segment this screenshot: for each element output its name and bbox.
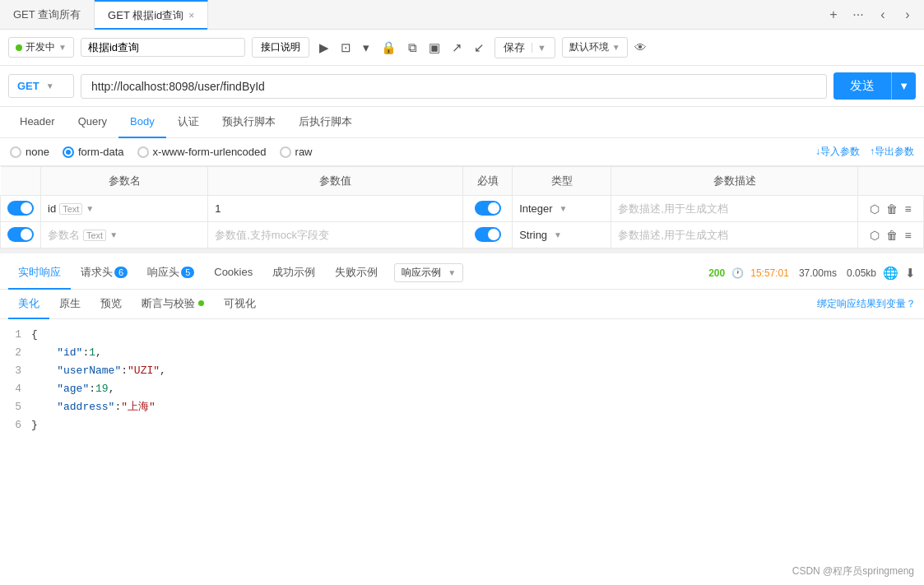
tab-body[interactable]: Body [118, 107, 166, 138]
tab-request-headers[interactable]: 请求头 6 [71, 257, 137, 290]
send-button[interactable]: 发送 [833, 72, 891, 100]
duplicate-icon[interactable]: ⧉ [405, 39, 420, 57]
resp-example-label: 响应示例 [402, 266, 441, 280]
row1-type-cell: Integer ▼ [513, 196, 611, 222]
url-input[interactable] [81, 74, 827, 99]
body-opts-right: ↓导入参数 ↑导出参数 [815, 145, 914, 159]
download-icon[interactable]: ⬇ [905, 266, 916, 281]
next-tab-button[interactable]: › [898, 5, 917, 25]
req-header-badge: 6 [114, 267, 128, 278]
env-status-dot [16, 44, 22, 51]
more-button[interactable]: ··· [848, 5, 868, 25]
copy-icon[interactable]: ⊡ [337, 39, 355, 57]
row2-type-chevron[interactable]: ▼ [109, 230, 118, 239]
tab-get-by-id[interactable]: GET 根据id查询 × [95, 0, 208, 29]
url-bar: GET ▼ 发送 ▼ [0, 66, 924, 107]
resp-example-chevron: ▼ [448, 268, 456, 277]
default-env-select[interactable]: 默认环境 ▼ [562, 37, 628, 58]
row1-drag-icon[interactable]: ≡ [904, 202, 911, 216]
tab-header[interactable]: Header [8, 107, 67, 138]
row2-desc[interactable]: 参数描述,用于生成文档 [618, 229, 728, 241]
row1-gen-icon[interactable]: ⬡ [870, 202, 880, 216]
env-badge[interactable]: 开发中 ▼ [8, 37, 74, 58]
row1-delete-icon[interactable]: 🗑 [886, 202, 898, 216]
view-tab-assertion[interactable]: 断言与校验 [132, 290, 214, 319]
row2-required-cell [463, 222, 513, 248]
row1-type-select[interactable]: Integer ▼ [519, 202, 604, 215]
add-tab-button[interactable]: + [824, 5, 843, 25]
bind-var-button[interactable]: 绑定响应结果到变量？ [817, 297, 916, 311]
row2-gen-icon[interactable]: ⬡ [870, 229, 880, 242]
col-type-header: 类型 [513, 167, 611, 196]
view-tab-beautify[interactable]: 美化 [8, 290, 49, 319]
radio-form-data-label: form-data [78, 146, 124, 158]
row1-toggle-cell [1, 196, 41, 222]
tab-auth[interactable]: 认证 [166, 107, 211, 138]
toolbar: 开发中 ▼ 接口说明 ▶ ⊡ ▾ 🔒 ⧉ ▣ ↗ ↙ 保存 ▼ 默认环境 ▼ 👁 [0, 30, 924, 66]
row2-type-select[interactable]: String ▼ [519, 229, 604, 241]
row1-type-chevron[interactable]: ▼ [86, 204, 94, 213]
view-tab-raw[interactable]: 原生 [49, 290, 91, 319]
row2-delete-icon[interactable]: 🗑 [886, 229, 898, 242]
row1-name: id [48, 202, 56, 215]
tab-get-all[interactable]: GET 查询所有 [0, 0, 95, 29]
lock-icon[interactable]: 🔒 [378, 39, 400, 57]
export-icon[interactable]: ↗ [448, 39, 466, 57]
row1-type-down-icon: ▼ [560, 204, 568, 213]
row2-required-toggle[interactable] [475, 227, 501, 242]
radio-urlencoded[interactable]: x-www-form-urlencoded [137, 146, 267, 158]
radio-none[interactable]: none [10, 146, 49, 158]
import-icon[interactable]: ↙ [471, 39, 488, 57]
row2-value[interactable]: 参数值,支持mock字段变 [215, 229, 329, 241]
radio-none-label: none [26, 146, 49, 158]
tab-success-example[interactable]: 成功示例 [262, 257, 325, 290]
row2-drag-icon[interactable]: ≡ [904, 229, 911, 242]
api-doc-button[interactable]: 接口说明 [252, 37, 309, 58]
row1-toggle[interactable] [7, 201, 34, 216]
eye-icon[interactable]: 👁 [634, 40, 647, 54]
row2-desc-cell: 参数描述,用于生成文档 [611, 222, 858, 248]
export-params-button[interactable]: ↑导出参数 [870, 145, 914, 159]
globe-icon[interactable]: 🌐 [883, 266, 898, 281]
row2-name-cell: 参数名 Text ▼ [41, 222, 208, 248]
response-tabs: 实时响应 请求头 6 响应头 5 Cookies 成功示例 失败示例 响应示例 … [0, 257, 924, 290]
row1-desc[interactable]: 参数描述,用于生成文档 [618, 202, 728, 215]
prev-tab-button[interactable]: ‹ [873, 5, 893, 25]
row2-toggle[interactable] [7, 227, 34, 242]
tab-fail-example[interactable]: 失败示例 [325, 257, 388, 290]
view-tab-visual[interactable]: 可视化 [214, 290, 266, 319]
status-code: 200 [708, 267, 725, 279]
method-select[interactable]: GET ▼ [8, 74, 74, 98]
radio-raw-label: raw [295, 146, 313, 158]
send-label: 发送 [850, 78, 875, 94]
row1-required-cell [463, 196, 513, 222]
row1-value[interactable]: 1 [215, 202, 221, 215]
table-row: id Text ▼ 1 Integer ▼ [1, 196, 924, 222]
resp-example-select[interactable]: 响应示例 ▼ [394, 263, 463, 282]
tab-cookies[interactable]: Cookies [204, 257, 262, 290]
save-button-group[interactable]: 保存 ▼ [495, 37, 555, 58]
tab-query[interactable]: Query [67, 107, 118, 138]
row2-type-label: String [519, 229, 547, 241]
row1-value-type[interactable]: Text [59, 203, 82, 215]
view-tab-preview[interactable]: 预览 [91, 290, 132, 319]
radio-raw[interactable]: raw [280, 146, 313, 158]
radio-urlencoded-circle [137, 146, 149, 158]
send-dropdown-button[interactable]: ▼ [891, 72, 916, 100]
body-options: none form-data x-www-form-urlencoded raw… [0, 138, 924, 166]
tab-name-input[interactable] [81, 38, 245, 57]
tab-pre-script[interactable]: 预执行脚本 [211, 107, 287, 138]
row2-value-type[interactable]: Text [83, 230, 106, 241]
tab-post-script[interactable]: 后执行脚本 [287, 107, 364, 138]
save-chevron-icon[interactable]: ▼ [532, 43, 546, 53]
json-line-5: 5 "address" : "上海" [8, 398, 916, 416]
frame-icon[interactable]: ▣ [425, 39, 443, 57]
tab-response-headers[interactable]: 响应头 5 [137, 257, 204, 290]
import-params-button[interactable]: ↓导入参数 [815, 145, 860, 159]
run-icon[interactable]: ▶ [316, 39, 332, 57]
row1-required-toggle[interactable] [475, 201, 501, 216]
tab-close-icon[interactable]: × [188, 10, 194, 21]
chevron-down-icon[interactable]: ▾ [360, 39, 373, 57]
radio-form-data[interactable]: form-data [63, 146, 124, 158]
tab-realtime[interactable]: 实时响应 [8, 257, 71, 290]
